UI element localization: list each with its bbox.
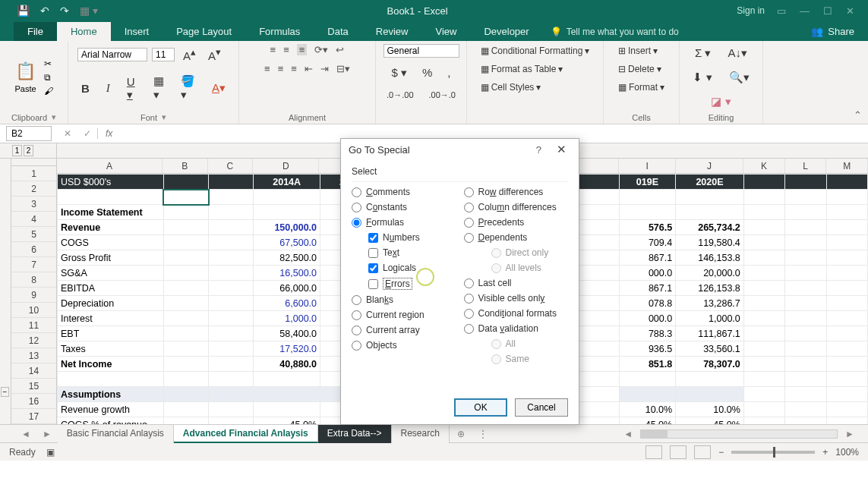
sheet-tab[interactable]: Extra Data--> [318, 425, 392, 443]
option-precedents[interactable] [464, 218, 474, 228]
cancel-formula-icon[interactable]: ✕ [58, 128, 77, 139]
col-header-M[interactable]: M [826, 159, 868, 173]
row-header-1[interactable]: 1 [11, 166, 56, 181]
dialog-help-icon[interactable]: ? [526, 144, 552, 156]
row-header-16[interactable]: 16 [11, 394, 56, 409]
option-row-differences[interactable] [464, 187, 474, 197]
option-current-region[interactable] [352, 310, 361, 320]
enter-formula-icon[interactable]: ✓ [77, 128, 97, 139]
option-row[interactable]: Logicals [352, 263, 456, 273]
option-row[interactable]: Constants [352, 202, 456, 212]
row-header-12[interactable]: 12 [11, 333, 56, 348]
hscroll-bar[interactable] [640, 429, 838, 439]
row-header-15[interactable]: 15 [11, 379, 56, 394]
tab-insert[interactable]: Insert [111, 22, 163, 41]
option-row[interactable]: Data validation [464, 323, 569, 334]
hscroll-right-icon[interactable]: ► [845, 429, 854, 439]
paste-button[interactable]: Paste [14, 84, 36, 93]
cancel-button[interactable]: Cancel [515, 398, 568, 417]
page-break-view-icon[interactable] [694, 445, 711, 459]
tab-file[interactable]: File [14, 22, 57, 41]
tab-developer[interactable]: Developer [470, 22, 542, 41]
option-errors[interactable] [368, 279, 378, 289]
option-objects[interactable] [352, 341, 361, 351]
option-row[interactable]: Visible cells only [464, 293, 569, 304]
format-painter-icon[interactable]: 🖌 [44, 86, 53, 96]
decrease-indent-icon[interactable]: ⇤ [305, 63, 313, 74]
dialog-close-icon[interactable]: ✕ [552, 143, 571, 156]
row-header-4[interactable]: 4 [11, 212, 56, 227]
save-icon[interactable]: 💾 [17, 5, 30, 17]
close-icon[interactable]: ✕ [846, 5, 854, 17]
tab-data[interactable]: Data [314, 22, 361, 41]
normal-view-icon[interactable] [645, 445, 662, 459]
orientation-icon[interactable]: ⟳▾ [314, 44, 328, 55]
tab-formulas[interactable]: Formulas [245, 22, 314, 41]
sheet-nav-next-icon[interactable]: ► [36, 429, 58, 439]
underline-button[interactable]: U ▾ [123, 73, 140, 104]
quick-access-more-icon[interactable]: ▦ ▾ [80, 5, 98, 17]
outline-level-2[interactable]: 2 [24, 145, 33, 156]
align-middle-icon[interactable]: ≡ [283, 44, 289, 55]
option-row[interactable]: Row differences [464, 187, 569, 197]
option-row[interactable]: Formulas [352, 217, 456, 228]
accounting-format-icon[interactable]: $ ▾ [387, 64, 411, 82]
signin-link[interactable]: Sign in [737, 5, 777, 16]
clear-icon[interactable]: ◪ ▾ [707, 93, 734, 111]
merge-center-icon[interactable]: ⊟▾ [336, 63, 350, 74]
bold-button[interactable]: B [77, 80, 93, 97]
col-header-A[interactable]: A [57, 159, 163, 173]
percent-format-icon[interactable]: % [418, 64, 436, 82]
align-top-icon[interactable]: ≡ [270, 44, 276, 55]
decrease-font-icon[interactable]: A▾ [204, 44, 225, 64]
decrease-decimal-icon[interactable]: .00→.0 [425, 88, 459, 102]
row-header-9[interactable]: 9 [11, 288, 56, 303]
option-row[interactable]: Current region [352, 310, 456, 320]
redo-icon[interactable]: ↷ [60, 5, 69, 17]
outline-collapse-icon[interactable]: − [1, 387, 9, 397]
option-dependents[interactable] [464, 233, 474, 243]
option-constants[interactable] [352, 203, 361, 212]
option-row[interactable]: Dependents [464, 232, 569, 243]
font-color-button[interactable]: A▾ [208, 79, 229, 97]
option-formulas[interactable] [352, 218, 361, 228]
option-data-validation[interactable] [464, 324, 474, 334]
row-header-5[interactable]: 5 [11, 227, 56, 242]
sheet-nav-prev-icon[interactable]: ◄ [15, 429, 36, 439]
option-visible-cells-only[interactable] [464, 294, 474, 304]
row-header-3[interactable]: 3 [11, 197, 56, 212]
option-row[interactable]: Blanks [352, 294, 456, 305]
option-row[interactable]: Text [352, 247, 456, 258]
option-text[interactable] [368, 248, 378, 258]
tab-review[interactable]: Review [362, 22, 422, 41]
tell-me-search[interactable]: 💡 Tell me what you want to do [543, 23, 798, 41]
zoom-in-icon[interactable]: + [822, 447, 828, 458]
ribbon-options-icon[interactable]: ▭ [777, 5, 786, 17]
font-size-select[interactable] [152, 48, 175, 61]
option-logicals[interactable] [368, 263, 378, 273]
sheet-tab[interactable]: Advanced Financial Anlaysis [174, 425, 318, 443]
option-row[interactable]: Column differences [464, 202, 569, 212]
option-row[interactable]: Errors [352, 278, 456, 290]
fx-icon[interactable]: fx [97, 128, 120, 139]
option-current-array[interactable] [352, 326, 361, 335]
col-header-D[interactable]: D [253, 159, 319, 173]
increase-indent-icon[interactable]: ⇥ [320, 63, 329, 74]
row-header-13[interactable]: 13 [11, 348, 56, 363]
comma-format-icon[interactable]: , [443, 64, 454, 82]
col-header-L[interactable]: L [785, 159, 827, 173]
col-header-B[interactable]: B [163, 159, 208, 173]
align-right-icon[interactable]: ≡ [291, 63, 297, 74]
col-header-C[interactable]: C [208, 159, 254, 173]
col-header-K[interactable]: K [743, 159, 785, 173]
fill-color-button[interactable]: 🪣▾ [177, 72, 199, 104]
fill-icon[interactable]: ⬇ ▾ [689, 68, 715, 87]
sort-filter-icon[interactable]: A↓▾ [724, 44, 751, 62]
sheet-tab[interactable]: Research [392, 425, 450, 443]
delete-cells-button[interactable]: ⊟ Delete ▾ [615, 62, 664, 76]
increase-font-icon[interactable]: A▴ [179, 44, 200, 64]
find-select-icon[interactable]: 🔍▾ [725, 68, 753, 87]
italic-button[interactable]: I [103, 80, 114, 97]
align-left-icon[interactable]: ≡ [264, 63, 270, 74]
option-row[interactable]: Current array [352, 325, 456, 335]
